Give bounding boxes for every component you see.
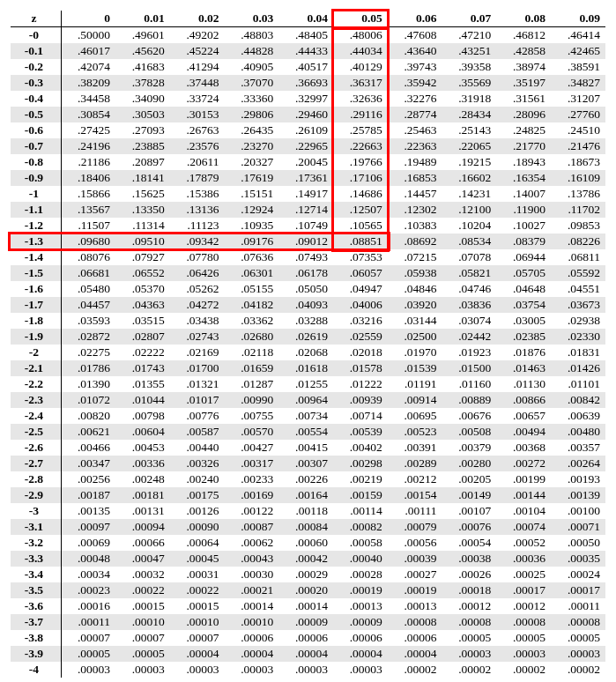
- table-cell: .10749: [278, 218, 333, 234]
- table-cell: .03288: [278, 313, 333, 329]
- table-cell: .06178: [278, 265, 333, 281]
- table-cell: .37070: [225, 75, 279, 91]
- z-row-header: -0.3: [11, 75, 61, 91]
- table-cell: .05370: [115, 281, 170, 297]
- z-row-header: -0.2: [11, 59, 61, 75]
- table-cell: .47210: [442, 27, 497, 44]
- z-row-header: -0.5: [11, 107, 61, 122]
- table-cell: .00007: [115, 630, 170, 646]
- table-cell: .13350: [115, 202, 170, 218]
- table-cell: .40129: [333, 59, 388, 75]
- table-cell: .00002: [388, 662, 442, 678]
- table-cell: .00256: [61, 471, 115, 487]
- table-row: -1.4.08076.07927.07780.07636.07493.07353…: [11, 249, 605, 265]
- z-row-header: -2.6: [11, 440, 61, 456]
- table-cell: .45224: [170, 43, 225, 59]
- table-cell: .02807: [115, 329, 170, 345]
- table-cell: .04093: [278, 297, 333, 313]
- table-cell: .30153: [170, 107, 225, 122]
- table-cell: .06681: [61, 265, 115, 281]
- table-cell: .21476: [551, 138, 605, 154]
- table-cell: .00187: [61, 487, 115, 503]
- table-cell: .00006: [225, 630, 279, 646]
- table-cell: .13567: [61, 202, 115, 218]
- z-row-header: -1.3: [11, 234, 61, 249]
- table-cell: .00003: [170, 662, 225, 678]
- table-cell: .02330: [551, 329, 605, 345]
- table-cell: .09012: [278, 234, 333, 249]
- table-cell: .00002: [496, 662, 551, 678]
- table-cell: .01426: [551, 360, 605, 376]
- table-cell: .01463: [496, 360, 551, 376]
- table-row: -3.2.00069.00066.00064.00062.00060.00058…: [11, 535, 605, 551]
- table-cell: .00014: [225, 598, 279, 614]
- table-cell: .00013: [333, 598, 388, 614]
- z-row-header: -1.2: [11, 218, 61, 234]
- table-cell: .19215: [442, 154, 497, 170]
- table-cell: .22065: [442, 138, 497, 154]
- table-cell: .44034: [333, 43, 388, 59]
- table-cell: .00047: [115, 551, 170, 567]
- table-row: -2.7.00347.00336.00326.00317.00307.00298…: [11, 456, 605, 471]
- table-cell: .21770: [496, 138, 551, 154]
- table-cell: .26109: [278, 122, 333, 138]
- table-cell: .00889: [442, 392, 497, 408]
- table-row: -1.9.02872.02807.02743.02680.02619.02559…: [11, 329, 605, 345]
- table-cell: .00307: [278, 456, 333, 471]
- table-cell: .00034: [61, 567, 115, 582]
- table-cell: .44828: [225, 43, 279, 59]
- table-cell: .10027: [496, 218, 551, 234]
- table-cell: .26763: [170, 122, 225, 138]
- z-row-header: -1.4: [11, 249, 61, 265]
- table-row: -1.5.06681.06552.06426.06301.06178.06057…: [11, 265, 605, 281]
- table-cell: .27760: [551, 107, 605, 122]
- table-cell: .05480: [61, 281, 115, 297]
- table-cell: .00248: [115, 471, 170, 487]
- table-cell: .00006: [388, 630, 442, 646]
- table-cell: .06944: [496, 249, 551, 265]
- table-cell: .00466: [61, 440, 115, 456]
- table-cell: .47608: [388, 27, 442, 44]
- table-cell: .00024: [551, 567, 605, 582]
- table-cell: .11314: [115, 218, 170, 234]
- table-cell: .00017: [496, 582, 551, 598]
- table-cell: .01970: [388, 345, 442, 360]
- table-cell: .00039: [388, 551, 442, 567]
- table-cell: .00012: [442, 598, 497, 614]
- table-row: -4.00003.00003.00003.00003.00003.00003.0…: [11, 662, 605, 678]
- table-row: -1.3.09680.09510.09342.09176.09012.08851…: [11, 234, 605, 249]
- table-cell: .07927: [115, 249, 170, 265]
- table-cell: .03005: [496, 313, 551, 329]
- z-row-header: -1.9: [11, 329, 61, 345]
- table-cell: .00964: [278, 392, 333, 408]
- z-row-header: -3.3: [11, 551, 61, 567]
- table-row: -3.4.00034.00032.00031.00030.00029.00028…: [11, 567, 605, 582]
- table-cell: .25463: [388, 122, 442, 138]
- table-cell: .00755: [225, 408, 279, 424]
- table-cell: .00199: [496, 471, 551, 487]
- table-cell: .11702: [551, 202, 605, 218]
- table-cell: .00066: [115, 535, 170, 551]
- table-cell: .00060: [278, 535, 333, 551]
- table-cell: .23270: [225, 138, 279, 154]
- table-cell: .30854: [61, 107, 115, 122]
- table-cell: .00005: [442, 630, 497, 646]
- table-cell: .00264: [551, 456, 605, 471]
- table-cell: .04648: [496, 281, 551, 297]
- table-row: -1.2.11507.11314.11123.10935.10749.10565…: [11, 218, 605, 234]
- table-cell: .00289: [388, 456, 442, 471]
- z-row-header: -2.3: [11, 392, 61, 408]
- table-cell: .45620: [115, 43, 170, 59]
- table-cell: .09853: [551, 218, 605, 234]
- table-cell: .02018: [333, 345, 388, 360]
- table-cell: .00226: [278, 471, 333, 487]
- table-cell: .02275: [61, 345, 115, 360]
- table-cell: .00071: [551, 519, 605, 535]
- table-cell: .00135: [61, 503, 115, 519]
- table-cell: .02118: [225, 345, 279, 360]
- table-cell: .16602: [442, 170, 497, 186]
- table-cell: .00097: [61, 519, 115, 535]
- table-cell: .04746: [442, 281, 497, 297]
- table-cell: .00391: [388, 440, 442, 456]
- table-cell: .50000: [61, 27, 115, 44]
